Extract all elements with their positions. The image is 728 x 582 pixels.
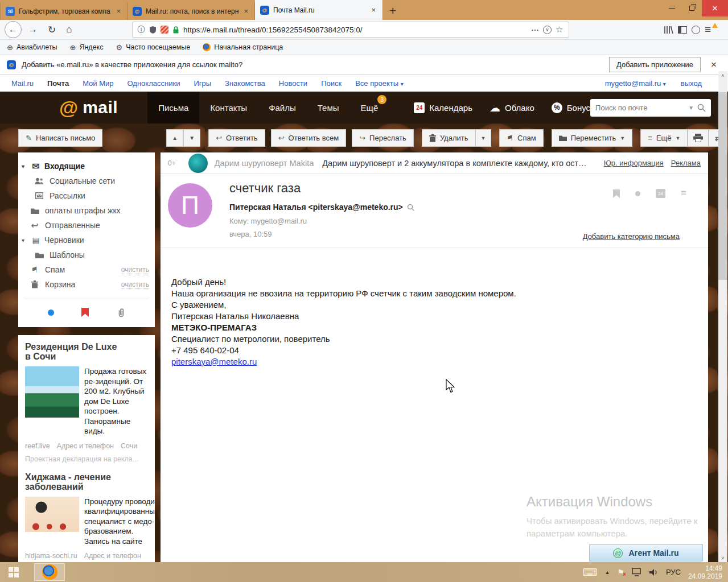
banner-image[interactable] bbox=[188, 154, 208, 173]
sender-address[interactable]: Питерская Наталья <piterskaya@meteko.ru> bbox=[229, 203, 403, 212]
ad-title[interactable]: Резиденция De Luxeв Сочи bbox=[25, 342, 148, 361]
scrollbar-thumb[interactable] bbox=[718, 92, 727, 280]
add-application-button[interactable]: Добавить приложение bbox=[609, 57, 701, 72]
mark-unread-icon[interactable] bbox=[635, 191, 640, 196]
sidebar-item-social[interactable]: Социальные сети bbox=[18, 174, 155, 188]
attachment-filter-icon[interactable] bbox=[117, 308, 125, 317]
sidebar-item-payments[interactable]: оплаты штрафы жкх bbox=[18, 203, 155, 218]
message-menu-icon[interactable]: ≡ bbox=[681, 188, 686, 199]
search-scope-dropdown-icon[interactable]: ▼ bbox=[688, 105, 694, 111]
sidebar-toggle-icon[interactable] bbox=[678, 26, 687, 34]
tab-golfstream[interactable]: Si Гольфстрим, торговая компа × bbox=[0, 2, 127, 20]
ad-contact-link[interactable]: Адрес и телефон bbox=[84, 552, 141, 560]
unread-filter-icon[interactable] bbox=[48, 309, 54, 316]
minimize-button[interactable] bbox=[662, 0, 682, 16]
more-button[interactable]: ≡Ещё▼ bbox=[640, 129, 688, 147]
sender-avatar[interactable]: П bbox=[168, 183, 212, 228]
tab-letters[interactable]: Письма bbox=[147, 92, 199, 123]
logout-link[interactable]: выход bbox=[681, 79, 702, 88]
tracking-shield-icon[interactable] bbox=[149, 26, 157, 34]
volume-icon[interactable] bbox=[649, 568, 659, 576]
delete-options-button[interactable]: ▼ bbox=[475, 129, 492, 147]
mail-search-input[interactable] bbox=[595, 104, 685, 112]
close-tab-icon[interactable]: × bbox=[115, 7, 122, 15]
sidebar-item-inbox[interactable]: ▾ ✉ Входящие bbox=[18, 159, 155, 174]
mailru-agent-popup[interactable]: @ Агент Mail.ru bbox=[589, 544, 703, 562]
print-button[interactable] bbox=[688, 129, 709, 147]
forward-button-mail[interactable]: ↪Переслать bbox=[352, 129, 414, 147]
page-info-icon[interactable]: ⓘ bbox=[138, 24, 146, 35]
portal-link-news[interactable]: Новости bbox=[279, 79, 307, 88]
prev-message-button[interactable]: ▲ bbox=[166, 129, 183, 147]
portal-link-dating[interactable]: Знакомства bbox=[225, 79, 265, 88]
tab-more[interactable]: Ещё3 bbox=[350, 92, 389, 123]
account-menu[interactable]: mygetto@mail.ru ▾ bbox=[605, 79, 666, 88]
banner-title[interactable]: Дарим шуруповерт Makita bbox=[215, 159, 314, 168]
tab-mailru-mail-active[interactable]: @ Почта Mail.ru × bbox=[255, 0, 382, 20]
ad-title[interactable]: Хиджама - лечениезаболеваний bbox=[25, 472, 148, 492]
taskbar-clock[interactable]: 14:4924.09.2019 bbox=[688, 564, 722, 580]
ad-image[interactable] bbox=[25, 497, 79, 532]
sidebar-item-trash[interactable]: Корзина очистить bbox=[18, 277, 155, 292]
next-message-button[interactable]: ▼ bbox=[183, 129, 200, 147]
move-button[interactable]: Переместить▼ bbox=[552, 129, 633, 147]
start-button[interactable] bbox=[0, 562, 27, 582]
library-icon[interactable] bbox=[664, 26, 673, 34]
ad-label-link[interactable]: Реклама bbox=[671, 159, 701, 167]
network-icon[interactable] bbox=[632, 568, 641, 576]
bookmark-homepage[interactable]: Начальная страница bbox=[203, 43, 283, 51]
spam-button[interactable]: ⚑Спам bbox=[499, 129, 543, 147]
portal-link-all-projects[interactable]: Все проекты ▾ bbox=[355, 79, 404, 88]
tab-contacts[interactable]: Контакты bbox=[199, 92, 258, 123]
close-tab-icon[interactable]: × bbox=[370, 6, 377, 14]
delete-button[interactable]: Удалить bbox=[422, 129, 475, 147]
search-sender-icon[interactable] bbox=[407, 204, 414, 211]
page-actions-icon[interactable]: ··· bbox=[532, 26, 540, 34]
ad-contact-link[interactable]: Адрес и телефон bbox=[57, 442, 114, 450]
pocket-icon[interactable]: ∨ bbox=[543, 26, 552, 34]
mail-search-box[interactable]: ▼ bbox=[590, 99, 711, 117]
ad-text[interactable]: Продажа готовых ре-зиденций. От 200 м2. … bbox=[84, 366, 148, 436]
portal-link-moymir[interactable]: Мой Мир bbox=[83, 79, 113, 88]
banner-text[interactable]: Дарим шуруповерт и 2 аккумулятора в комп… bbox=[322, 159, 590, 168]
ad-domain-link[interactable]: reef.live bbox=[25, 442, 50, 450]
sidebar-item-drafts[interactable]: ▾ ▤ Черновики bbox=[18, 233, 155, 247]
sidebar-item-newsletters[interactable]: Рассылки bbox=[18, 188, 155, 203]
bookmark-star-icon[interactable]: ☆ bbox=[556, 24, 563, 35]
tab-themes[interactable]: Темы bbox=[307, 92, 350, 123]
flagged-filter-icon[interactable] bbox=[81, 308, 89, 317]
compose-button[interactable]: ✎Написать письмо bbox=[18, 129, 102, 147]
bonus-app[interactable]: %Бонус bbox=[552, 102, 590, 113]
clear-trash-link[interactable]: очистить bbox=[121, 280, 149, 289]
close-tab-icon[interactable]: × bbox=[242, 7, 249, 15]
bookmark-icon[interactable] bbox=[613, 189, 620, 198]
action-center-flag-icon[interactable]: ⚑× bbox=[617, 568, 624, 577]
ad-city-link[interactable]: Сочи bbox=[121, 442, 137, 450]
portal-link-mailru[interactable]: Mail.ru bbox=[11, 79, 34, 88]
page-scrollbar[interactable]: ˄ ˅ bbox=[718, 71, 727, 562]
bookmark-aviabilety[interactable]: ⊕Авиабилеты bbox=[7, 43, 57, 52]
sidebar-item-spam[interactable]: ⚑ Спам очистить bbox=[18, 262, 155, 277]
url-text[interactable]: https://e.mail.ru/thread/0:1569225545087… bbox=[183, 26, 528, 34]
portal-link-mail[interactable]: Почта bbox=[47, 79, 69, 88]
bookmark-yandex[interactable]: ⊕Яндекс bbox=[70, 43, 104, 52]
expand-caret-icon[interactable]: ▾ bbox=[22, 237, 27, 243]
ad-domain-link[interactable]: hidjama-sochi.ru bbox=[25, 552, 77, 560]
bookmark-frequent[interactable]: ⚙Часто посещаемые bbox=[116, 43, 190, 52]
sidebar-item-templates[interactable]: Шаблоны bbox=[18, 247, 155, 262]
ad-text[interactable]: Процедуру проводит квалифицированный спе… bbox=[84, 497, 155, 547]
account-icon[interactable] bbox=[692, 26, 700, 34]
reply-all-button[interactable]: ↩Ответить всем bbox=[271, 129, 347, 147]
tab-files[interactable]: Файлы bbox=[258, 92, 307, 123]
mailru-logo[interactable]: @ mail bbox=[59, 98, 118, 117]
ad-banner-row[interactable]: 0+ Дарим шуруповерт Makita Дарим шурупов… bbox=[161, 152, 708, 174]
clear-spam-link[interactable]: очистить bbox=[121, 266, 149, 274]
calendar-icon[interactable]: 24 bbox=[656, 189, 665, 198]
legal-info-link[interactable]: Юр. информация bbox=[604, 159, 664, 167]
forward-button[interactable]: → bbox=[23, 24, 43, 35]
sidebar-item-sent[interactable]: ↩ Отправленные bbox=[18, 218, 155, 233]
taskbar-firefox-button[interactable] bbox=[34, 563, 65, 581]
close-window-button[interactable]: × bbox=[702, 0, 728, 16]
home-button[interactable]: ⌂ bbox=[61, 24, 77, 35]
restore-button[interactable] bbox=[682, 0, 702, 16]
